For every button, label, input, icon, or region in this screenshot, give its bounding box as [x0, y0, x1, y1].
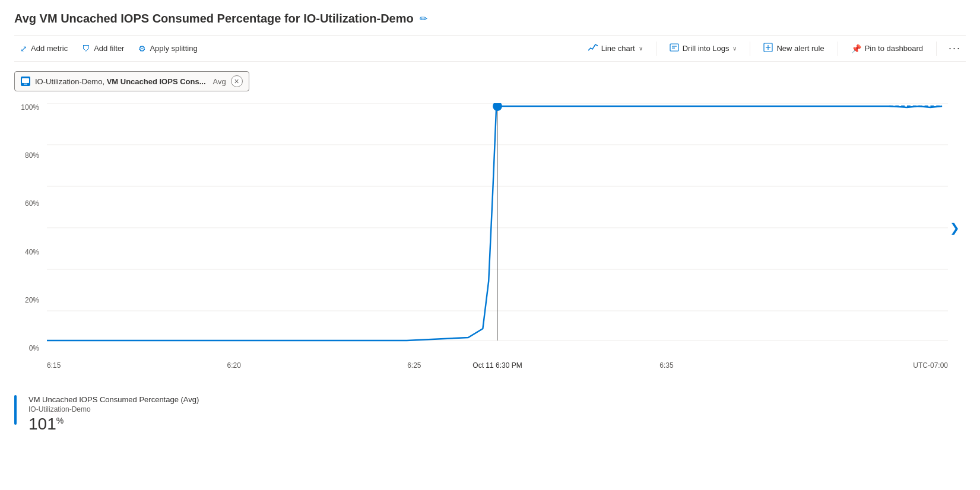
legend-color-bar [14, 395, 17, 425]
new-alert-rule-label: New alert rule [776, 44, 824, 53]
apply-splitting-label: Apply splitting [150, 44, 197, 53]
legend-value: 101% [28, 415, 199, 434]
svg-rect-6 [22, 78, 29, 83]
page: Avg VM Uncached IOPS Consumed Percentage… [0, 0, 980, 490]
drill-into-logs-label: Drill into Logs [683, 44, 730, 53]
chart-svg [47, 103, 948, 352]
pin-icon: 📌 [851, 44, 861, 53]
svg-rect-7 [24, 84, 27, 85]
y-label-100: 100% [21, 103, 39, 112]
add-filter-label: Add filter [94, 44, 124, 53]
chart-container: 100% 80% 60% 40% 20% 0% [14, 103, 966, 388]
add-filter-icon: ⛉ [82, 44, 90, 53]
legend-text: VM Uncached IOPS Consumed Percentage (Av… [28, 395, 199, 434]
page-title: Avg VM Uncached IOPS Consumed Percentage… [14, 12, 414, 26]
svg-point-16 [493, 103, 502, 111]
legend-number: 101 [28, 415, 56, 433]
metric-resource: IO-Utilization-Demo [35, 77, 102, 86]
x-label-630: Oct 11 6:30 PM [472, 361, 522, 370]
metric-name: VM Uncached IOPS Cons... [107, 77, 206, 86]
line-chart-caret: ∨ [639, 45, 643, 52]
svg-rect-0 [670, 44, 678, 51]
legend-title: VM Uncached IOPS Consumed Percentage (Av… [28, 395, 199, 404]
legend: VM Uncached IOPS Consumed Percentage (Av… [14, 395, 966, 434]
y-label-80: 80% [25, 151, 39, 160]
y-label-20: 20% [25, 296, 39, 304]
edit-icon[interactable]: ✏ [420, 13, 427, 24]
y-label-40: 40% [25, 248, 39, 256]
drill-caret: ∨ [732, 45, 737, 52]
metric-tag: IO-Utilization-Demo, VM Uncached IOPS Co… [14, 71, 249, 91]
apply-splitting-icon: ⚙ [138, 44, 146, 53]
line-chart-label: Line chart [601, 44, 635, 53]
more-options-button[interactable]: ··· [944, 40, 966, 57]
chart-inner: ❯ [47, 103, 948, 352]
x-label-620: 6:20 [227, 361, 241, 370]
add-filter-button[interactable]: ⛉ Add filter [76, 40, 130, 57]
add-metric-icon: ⤢ [20, 44, 27, 53]
divider-2 [750, 42, 750, 56]
apply-splitting-button[interactable]: ⚙ Apply splitting [132, 40, 203, 57]
pin-to-dashboard-button[interactable]: 📌 Pin to dashboard [845, 40, 929, 57]
line-chart-button[interactable]: Line chart ∨ [582, 40, 649, 57]
y-axis: 100% 80% 60% 40% 20% 0% [14, 103, 44, 352]
pin-to-dashboard-label: Pin to dashboard [865, 44, 923, 53]
new-alert-rule-button[interactable]: New alert rule [757, 39, 830, 58]
drill-into-logs-button[interactable]: Drill into Logs ∨ [664, 39, 743, 58]
metric-aggregation: Avg [213, 77, 226, 86]
vm-icon [21, 77, 30, 86]
drill-into-logs-icon [670, 43, 679, 54]
legend-unit: % [56, 416, 64, 425]
add-metric-button[interactable]: ⤢ Add metric [14, 40, 74, 57]
legend-subtitle: IO-Utilization-Demo [28, 405, 199, 413]
y-label-60: 60% [25, 199, 39, 208]
expand-chart-button[interactable]: ❯ [950, 221, 960, 235]
y-label-0: 0% [29, 344, 39, 352]
new-alert-rule-icon [763, 43, 773, 54]
metric-tag-close-button[interactable]: × [231, 75, 243, 87]
divider-1 [656, 42, 656, 56]
divider-3 [838, 42, 838, 56]
x-label-615: 6:15 [47, 361, 61, 370]
toolbar-right: Line chart ∨ Drill into Logs ∨ [582, 39, 966, 58]
x-label-625: 6:25 [407, 361, 421, 370]
x-label-635: 6:35 [659, 361, 673, 370]
more-label: ··· [949, 42, 961, 55]
metric-tag-row: IO-Utilization-Demo, VM Uncached IOPS Co… [14, 71, 966, 91]
toolbar: ⤢ Add metric ⛉ Add filter ⚙ Apply splitt… [14, 35, 966, 62]
utc-label: UTC-07:00 [913, 361, 948, 370]
add-metric-label: Add metric [31, 44, 68, 53]
line-chart-icon [588, 43, 598, 53]
metric-tag-label: IO-Utilization-Demo, VM Uncached IOPS Co… [35, 77, 206, 86]
title-row: Avg VM Uncached IOPS Consumed Percentage… [14, 12, 966, 26]
divider-4 [936, 42, 937, 56]
